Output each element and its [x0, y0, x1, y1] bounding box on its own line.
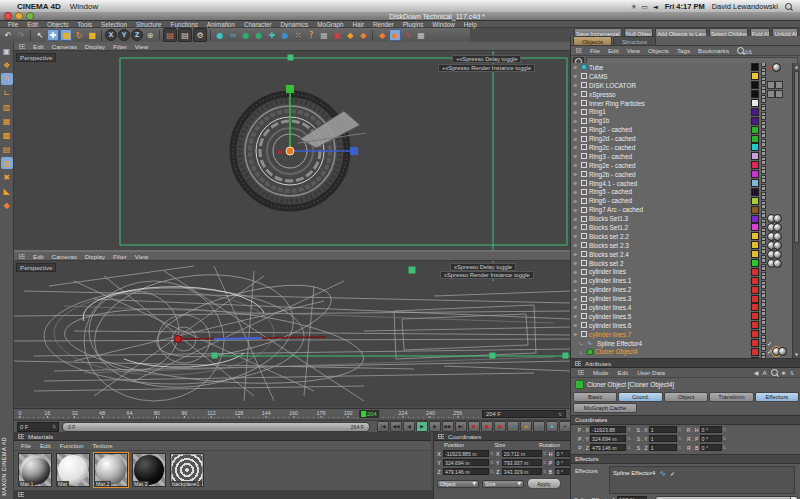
material-thumb-mat[interactable]: Mat — [56, 453, 90, 487]
timeline-tick[interactable]: 96 — [181, 410, 187, 418]
material-tag-icon[interactable] — [773, 241, 782, 250]
object-row-tube[interactable]: ⊕Tube✕ — [571, 63, 793, 72]
layer-color-chip[interactable] — [751, 241, 759, 249]
expand-toggle-icon[interactable]: ⊕ — [573, 287, 579, 293]
goto-end-button[interactable]: ▶| — [455, 421, 467, 432]
preview-range-slider[interactable]: 0 F264 F — [62, 422, 370, 432]
key-rotation-button[interactable]: ↻ — [533, 421, 545, 432]
rv-field[interactable]: 0 ° — [700, 435, 722, 442]
scroll-icon[interactable]: ⇅ — [748, 49, 752, 55]
materials-menu-file[interactable]: File — [21, 442, 31, 449]
object-row-cylinder-lines-3[interactable]: ⊕cylinder lines.3 — [571, 294, 793, 303]
close-window-button[interactable] — [4, 12, 12, 20]
expand-toggle-icon[interactable]: ⊕ — [573, 242, 579, 248]
live-selection-icon[interactable]: ↖ — [34, 29, 46, 41]
enabled-check-icon[interactable]: ✓ — [670, 470, 675, 477]
expand-toggle-icon[interactable]: ⊕ — [573, 260, 579, 266]
polygons-mode-icon[interactable]: ▨ — [1, 157, 13, 169]
expand-toggle-icon[interactable]: ⊕ — [573, 153, 579, 159]
tab-basic[interactable]: Basic — [573, 392, 617, 402]
pos-field[interactable]: -11923.885 m — [443, 450, 489, 457]
lock-x-axis-icon[interactable]: X — [105, 29, 117, 41]
layer-color-chip[interactable] — [751, 312, 759, 320]
effectors-list-box[interactable]: Spline Effector4 ∿ ✓ — [609, 466, 795, 494]
object-name[interactable]: Blocks Set1.2 — [589, 224, 628, 231]
app-menu-hair[interactable]: Hair — [352, 21, 364, 28]
add-particles-icon[interactable]: ⁙ — [292, 29, 304, 41]
expand-toggle-icon[interactable]: ⊕ — [573, 73, 579, 79]
app-menu-structure[interactable]: Structure — [136, 21, 162, 28]
tab-structure[interactable]: Structure — [613, 36, 656, 45]
object-name[interactable]: Blocks set 2.2 — [589, 233, 629, 240]
tab-coord[interactable]: Coord. — [618, 392, 662, 402]
materials-menu-edit[interactable]: Edit — [40, 442, 51, 449]
object-row-cloner-object4[interactable]: ∟Cloner Object4✓ — [571, 348, 793, 357]
object-name[interactable]: Ring6 - cached — [589, 197, 632, 204]
pos-field[interactable]: 324.694 m — [443, 459, 489, 466]
expand-toggle-icon[interactable]: ⊕ — [573, 198, 579, 204]
layer-color-chip[interactable] — [751, 268, 759, 276]
snap-settings-icon[interactable]: ◆ — [1, 199, 13, 211]
texture-mode-icon[interactable]: ▥ — [1, 101, 13, 113]
expand-toggle-icon[interactable]: ⊕ — [573, 162, 579, 168]
lock-z-axis-icon[interactable]: Z — [131, 29, 143, 41]
object-row-cams[interactable]: ⊕CAMS — [571, 72, 793, 81]
layer-color-chip[interactable] — [751, 215, 759, 223]
pv-field[interactable]: 324.694 m — [590, 435, 626, 442]
expression-tag-icon[interactable] — [775, 90, 783, 98]
panel-grid-icon[interactable] — [18, 434, 24, 439]
coord-size-dropdown[interactable]: Size▼ — [482, 480, 524, 488]
object-row-ring5-cached[interactable]: ⊕Ring5 - cached — [571, 187, 793, 196]
object-row-ring7-arc-cached[interactable]: ⊕Ring7 Arc - cached — [571, 205, 793, 214]
undo-icon[interactable]: ↶ — [2, 29, 14, 41]
timeline-tick[interactable]: 192 — [344, 410, 353, 418]
app-menu-help[interactable]: Help — [464, 21, 477, 28]
animation-mode-icon[interactable]: ✖ — [1, 171, 13, 183]
object-row-spline-effector4[interactable]: ∟∿Spline Effector4✓ — [571, 339, 793, 348]
timeline-tick[interactable]: 16 — [44, 410, 50, 418]
current-frame-field[interactable]: 204 F⇅ — [482, 410, 566, 418]
material-thumb-mat-1[interactable]: Mat.1 — [18, 453, 52, 487]
key-scale-button[interactable]: ▣ — [520, 421, 532, 432]
layer-color-chip[interactable] — [751, 348, 759, 356]
workplane-mode-icon[interactable]: ▦ — [1, 115, 13, 127]
rv-field[interactable]: 0 ° — [700, 426, 722, 433]
object-name[interactable]: cylinder lines.6 — [589, 322, 631, 329]
expand-toggle-icon[interactable]: ⊕ — [573, 82, 579, 88]
help-icon[interactable]: ? — [305, 29, 317, 41]
layer-color-chip[interactable] — [751, 286, 759, 294]
layer-color-chip[interactable] — [751, 277, 759, 285]
expand-toggle-icon[interactable]: ⊕ — [573, 322, 579, 328]
expand-toggle-icon[interactable]: ⊕ — [573, 233, 579, 239]
rv-field[interactable]: 0 ° — [700, 444, 722, 451]
object-name[interactable]: Cloner Object4 — [595, 348, 638, 355]
app-menu-character[interactable]: Character — [244, 21, 272, 28]
stepper-icon[interactable]: ⇅ — [490, 451, 494, 456]
object-name[interactable]: Inner Ring Particles — [589, 100, 645, 107]
tab-mograph-cache[interactable]: MoGraph Cache — [573, 403, 637, 413]
object-name[interactable]: cylinder lines — [589, 268, 626, 275]
redo-icon[interactable]: ↷ — [15, 29, 27, 41]
add-scene-icon[interactable]: ▦ — [318, 29, 330, 41]
search-icon[interactable] — [737, 47, 744, 54]
object-row-ring2e-cached[interactable]: ⊕Ring2e - cached — [571, 161, 793, 170]
prev-frame-button[interactable]: ◀ — [403, 421, 415, 432]
panel-grid-icon[interactable] — [578, 370, 584, 375]
autokey-button[interactable]: ● — [481, 421, 493, 432]
viewport-menu-view[interactable]: View — [135, 43, 148, 50]
app-menu-plugins[interactable]: Plugins — [403, 21, 424, 28]
timeline-tick[interactable]: 256 — [453, 410, 462, 418]
expand-toggle-icon[interactable]: ⊕ — [573, 313, 579, 319]
viewport-top-camera-label[interactable]: Perspective — [16, 53, 56, 62]
coordinates-section-header[interactable]: Coordinates — [571, 415, 800, 425]
object-row-inner-ring-particles[interactable]: ⊕Inner Ring Particles — [571, 99, 793, 108]
layer-color-chip[interactable] — [751, 197, 759, 205]
stepper-icon[interactable]: ⇅ — [627, 445, 631, 450]
object-row-blocks-set-2-3[interactable]: ⊕Blocks set 2.3 — [571, 241, 793, 250]
app-menu-selection[interactable]: Selection — [101, 21, 127, 28]
display-panel-icon[interactable]: ▦ — [415, 29, 427, 41]
object-name[interactable]: Ring2b - cached — [589, 171, 636, 178]
layer-color-chip[interactable] — [751, 259, 759, 267]
timeline-tick[interactable]: 80 — [154, 410, 160, 418]
expand-toggle-icon[interactable]: ⊕ — [573, 331, 579, 337]
